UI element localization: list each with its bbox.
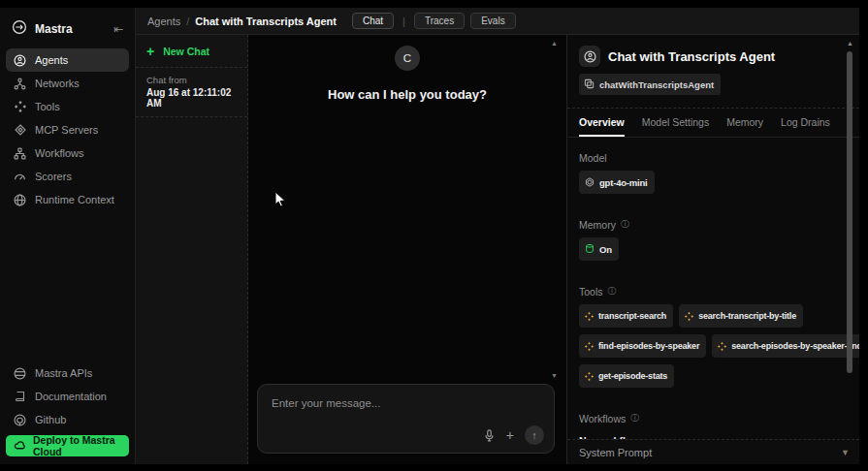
tool-chip[interactable]: search-episodes-by-speaker-and-title — [712, 334, 859, 358]
sidebar-item-mastra-apis[interactable]: Mastra APIs — [6, 361, 129, 385]
agent-id-row: chatWithTranscriptsAgent — [567, 67, 859, 95]
microphone-icon[interactable] — [483, 429, 496, 442]
memory-value: On — [599, 244, 612, 255]
tools-label: Tools — [579, 286, 603, 298]
chat-tab-button[interactable]: Chat — [352, 13, 394, 29]
chat-history-panel: + New Chat Chat from Aug 16 at 12:11:02 … — [136, 35, 248, 464]
sidebar-item-networks[interactable]: Networks — [6, 72, 129, 95]
workflows-label: Workflows — [579, 413, 626, 424]
chat-history-item[interactable]: Chat from Aug 16 at 12:11:02 AM — [136, 68, 247, 117]
attach-plus-icon[interactable]: + — [506, 428, 514, 442]
tool-chip[interactable]: get-episode-stats — [579, 364, 674, 388]
memory-status-chip[interactable]: On — [579, 237, 619, 261]
message-composer: + ↑ — [257, 384, 555, 454]
tool-chip[interactable]: transcript-search — [579, 304, 673, 328]
sidebar-item-label: Mastra APIs — [35, 367, 92, 379]
copy-icon — [584, 76, 595, 93]
networks-icon — [14, 78, 26, 90]
agent-panel-tabs: Overview Model Settings Memory Log Drain… — [567, 108, 859, 138]
sidebar-item-label: Networks — [35, 78, 80, 89]
memory-section: Memory ⓘ On — [579, 218, 838, 261]
sidebar-item-agents[interactable]: Agents — [6, 48, 129, 72]
plus-icon: + — [146, 45, 154, 58]
sidebar-spacer — [6, 211, 129, 361]
cloud-icon — [14, 439, 26, 454]
tool-name: search-episodes-by-speaker-and-title — [731, 341, 859, 351]
sidebar-item-github[interactable]: Github — [6, 408, 129, 431]
tab-overview[interactable]: Overview — [579, 109, 625, 137]
openai-icon — [585, 173, 595, 191]
sidebar-item-label: Documentation — [35, 391, 107, 402]
agent-detail-panel: ▲ Chat with Transcripts Agent chatWithTr… — [566, 35, 859, 464]
info-icon[interactable]: ⓘ — [608, 285, 617, 298]
deploy-button-label: Deploy to Mastra Cloud — [33, 434, 121, 457]
agent-overview-content: Model gpt-4o-mini Memory ⓘ — [567, 138, 859, 464]
sidebar-item-workflows[interactable]: Workflows — [6, 141, 129, 165]
new-chat-button[interactable]: + New Chat — [136, 35, 247, 68]
agents-icon — [14, 54, 26, 67]
traces-tab-button[interactable]: Traces — [414, 13, 465, 29]
scroll-up-icon[interactable]: ▲ — [551, 40, 558, 47]
panel-scrollbar-thumb[interactable] — [847, 51, 852, 373]
header-button-separator: | — [400, 16, 408, 27]
new-chat-label: New Chat — [163, 46, 209, 57]
tools-section: Tools ⓘ transcript-search — [579, 285, 838, 388]
breadcrumb-agents[interactable]: Agents — [147, 16, 180, 27]
app-window: Mastra ⇤ Agents Networks Tools MCP Serve… — [0, 8, 859, 464]
deploy-to-mastra-cloud-button[interactable]: Deploy to Mastra Cloud — [6, 435, 129, 456]
chat-item-prefix: Chat from — [146, 75, 237, 85]
agent-title: Chat with Transcripts Agent — [608, 49, 775, 64]
tab-model-settings[interactable]: Model Settings — [642, 109, 709, 137]
model-value: gpt-4o-mini — [599, 177, 648, 188]
sidebar-item-scorers[interactable]: Scorers — [6, 165, 129, 188]
model-chip[interactable]: gpt-4o-mini — [579, 171, 655, 194]
tool-chip[interactable]: find-episodes-by-speaker — [579, 334, 706, 358]
sidebar-item-label: Github — [35, 414, 66, 425]
message-input[interactable] — [258, 385, 554, 425]
sidebar-item-label: Runtime Context — [35, 194, 114, 205]
scroll-down-icon[interactable]: ▼ — [551, 372, 558, 379]
sidebar-item-label: MCP Servers — [35, 124, 98, 136]
sidebar: Mastra ⇤ Agents Networks Tools MCP Serve… — [0, 8, 136, 464]
tool-icon — [585, 337, 594, 355]
sidebar-collapse-icon[interactable]: ⇤ — [113, 22, 125, 36]
workflows-icon — [14, 147, 26, 160]
sidebar-item-tools[interactable]: Tools — [6, 95, 129, 118]
info-icon[interactable]: ⓘ — [621, 218, 629, 231]
globe-icon — [14, 194, 26, 206]
system-prompt-toggle[interactable]: System Prompt ▼ — [567, 439, 859, 464]
scorers-icon — [14, 171, 26, 183]
brand-name: Mastra — [35, 22, 106, 36]
brand-row: Mastra ⇤ — [6, 14, 129, 48]
agent-panel-header: Chat with Transcripts Agent — [567, 35, 859, 67]
agent-id-text: chatWithTranscriptsAgent — [599, 79, 714, 90]
tool-name: find-episodes-by-speaker — [598, 341, 699, 351]
chevron-down-icon: ▼ — [841, 448, 850, 457]
evals-tab-button[interactable]: Evals — [470, 13, 515, 29]
book-icon — [14, 391, 26, 403]
sidebar-item-label: Scorers — [35, 171, 72, 182]
tool-name: search-transcript-by-title — [698, 311, 796, 321]
sidebar-item-mcp-servers[interactable]: MCP Servers — [6, 118, 129, 141]
send-button[interactable]: ↑ — [525, 425, 544, 445]
model-label: Model — [579, 152, 838, 164]
tools-icon — [14, 101, 26, 113]
assistant-greeting-block: C How can I help you today? — [248, 35, 566, 102]
agent-id-chip[interactable]: chatWithTranscriptsAgent — [579, 74, 721, 95]
tab-memory[interactable]: Memory — [726, 109, 763, 137]
assistant-greeting-text: How can I help you today? — [328, 87, 487, 102]
panel-scroll-up-icon[interactable]: ▲ — [847, 40, 853, 47]
memory-icon — [585, 240, 595, 258]
model-section: Model gpt-4o-mini — [579, 152, 838, 194]
tab-log-drains[interactable]: Log Drains — [781, 109, 830, 137]
sidebar-item-label: Agents — [35, 54, 68, 66]
content-row: + New Chat Chat from Aug 16 at 12:11:02 … — [136, 35, 859, 464]
info-icon[interactable]: ⓘ — [630, 412, 639, 424]
sidebar-item-documentation[interactable]: Documentation — [6, 385, 129, 408]
breadcrumb-separator: / — [186, 16, 189, 27]
sidebar-item-runtime-context[interactable]: Runtime Context — [6, 188, 129, 211]
sidebar-item-label: Workflows — [35, 147, 84, 159]
mastra-logo-icon — [12, 19, 27, 39]
tool-icon — [685, 307, 693, 325]
tool-chip[interactable]: search-transcript-by-title — [679, 304, 803, 328]
